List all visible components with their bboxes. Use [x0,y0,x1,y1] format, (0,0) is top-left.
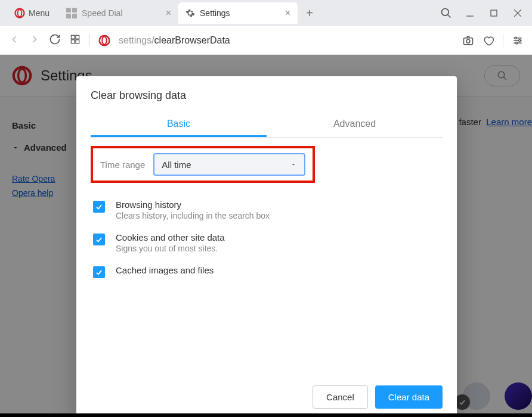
tab-speed-dial[interactable]: Speed Dial × [59,2,178,24]
cancel-button[interactable]: Cancel [313,385,368,409]
back-button[interactable] [8,33,20,48]
checkbox[interactable] [93,266,105,278]
option-title: Cookies and other site data [116,232,225,242]
svg-rect-11 [76,39,79,43]
close-icon[interactable]: × [166,8,171,18]
tab-strip: Menu Speed Dial × Settings × + [0,0,532,26]
svg-line-3 [448,15,451,18]
url-path: clearBrowserData [154,35,230,46]
close-icon[interactable]: × [285,8,290,18]
window-controls [440,7,532,19]
option-title: Cached images and files [116,265,214,275]
svg-rect-14 [464,38,473,44]
option-cached[interactable]: Cached images and files [91,259,443,284]
option-browsing-history[interactable]: Browsing history Clears history, includi… [91,194,443,226]
menu-button[interactable]: Menu [5,0,59,26]
option-title: Browsing history [116,200,270,210]
svg-point-13 [102,36,107,44]
url-display[interactable]: settings/clearBrowserData [119,35,230,46]
new-tab-button[interactable]: + [298,7,321,20]
speed-dial-icon [66,8,77,18]
caret-down-icon [290,160,297,170]
menu-label: Menu [29,8,50,18]
easy-setup-icon[interactable] [512,35,524,46]
bottom-bar [0,413,532,417]
option-subtitle: Signs you out of most sites. [116,244,225,253]
dialog-title: Clear browsing data [91,89,443,102]
svg-rect-5 [491,10,497,16]
maximize-icon[interactable] [488,7,500,19]
svg-rect-9 [76,35,79,39]
svg-point-19 [515,37,516,39]
svg-point-21 [516,42,518,43]
svg-point-20 [519,39,521,41]
checkbox[interactable] [93,201,105,213]
clear-data-dialog: Clear browsing data Basic Advanced Time … [76,76,457,417]
divider [89,34,90,47]
tab-settings[interactable]: Settings × [178,2,298,24]
opera-favicon-icon [98,35,110,46]
checkbox[interactable] [93,234,105,245]
gear-icon [185,8,195,18]
heart-icon[interactable] [482,35,494,46]
time-range-highlight: Time range All time [91,146,315,183]
close-window-icon[interactable] [512,7,524,19]
search-icon[interactable] [440,7,452,19]
svg-point-2 [442,9,449,16]
forward-button[interactable] [29,33,41,48]
time-range-value: All time [162,160,191,170]
url-prefix: settings/ [119,35,154,46]
minimize-icon[interactable] [464,7,476,19]
dialog-tabs: Basic Advanced [91,113,443,138]
opera-logo-icon [14,8,25,18]
svg-rect-10 [71,39,75,43]
dialog-footer: Cancel Clear data [76,376,457,417]
right-icons [462,34,524,47]
svg-point-1 [18,10,22,17]
clear-data-button[interactable]: Clear data [375,385,443,409]
tab-basic[interactable]: Basic [91,113,267,137]
option-subtitle: Clears history, including in the search … [116,211,270,220]
option-cookies[interactable]: Cookies and other site data Signs you ou… [91,226,443,259]
tab-advanced[interactable]: Advanced [267,113,443,137]
time-range-label: Time range [100,160,145,170]
time-range-select[interactable]: All time [153,153,305,176]
address-bar: settings/clearBrowserData [0,26,532,55]
tab-label: Speed Dial [82,8,123,18]
snapshot-icon[interactable] [462,35,474,46]
svg-point-15 [466,39,470,43]
tab-label: Settings [200,8,230,18]
svg-rect-8 [71,35,75,39]
apps-icon[interactable] [69,33,81,48]
reload-button[interactable] [49,33,61,48]
divider [503,34,503,47]
